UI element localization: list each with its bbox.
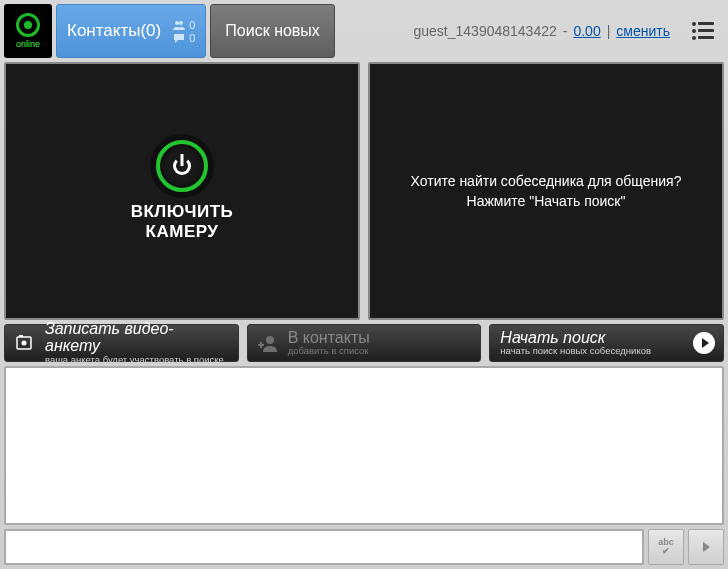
action-row: Записать видео-анкету ваша анкета будет …: [4, 324, 724, 362]
svg-rect-4: [19, 335, 23, 337]
prompt-line1: Хотите найти собеседника для общения?: [411, 171, 682, 191]
svg-point-1: [179, 21, 183, 25]
enable-camera-button[interactable]: [156, 140, 208, 192]
menu-button[interactable]: [682, 4, 724, 58]
record-title: Записать видео-анкету: [45, 321, 228, 355]
arrow-right-icon: [693, 332, 715, 354]
camera-line2: КАМЕРУ: [131, 222, 234, 242]
search-new-label: Поиск новых: [225, 22, 320, 40]
enable-camera-block: ВКЛЮЧИТЬ КАМЕРУ: [131, 140, 234, 241]
guest-name: guest_1439048143422: [414, 23, 557, 39]
search-new-button[interactable]: Поиск новых: [210, 4, 335, 58]
local-video-panel: ВКЛЮЧИТЬ КАМЕРУ: [4, 62, 360, 320]
balance-link[interactable]: 0.00: [573, 23, 600, 39]
record-sub: ваша анкета будет участвовать в поиске: [45, 355, 228, 365]
add-contact-sub: добавить в список: [288, 346, 370, 356]
app-root: online Контакты(0) 0 0 Поиск новых guest…: [0, 0, 728, 569]
spellcheck-icon: abc ✔: [658, 538, 674, 556]
header: online Контакты(0) 0 0 Поиск новых guest…: [4, 4, 724, 58]
contacts-counters: 0 0: [173, 19, 195, 44]
svg-point-0: [175, 21, 179, 25]
start-search-labels: Начать поиск начать поиск новых собеседн…: [500, 330, 651, 357]
people-count: 0: [189, 19, 195, 31]
video-row: ВКЛЮЧИТЬ КАМЕРУ Хотите найти собеседника…: [4, 62, 724, 320]
svg-point-5: [266, 336, 274, 344]
user-block: guest_1439048143422 - 0.00 | сменить: [406, 4, 679, 58]
add-contact-title: В контакты: [288, 330, 370, 347]
change-user-link[interactable]: сменить: [616, 23, 670, 39]
add-contact-labels: В контакты добавить в список: [288, 330, 370, 357]
remote-video-panel: Хотите найти собеседника для общения? На…: [368, 62, 724, 320]
enable-camera-text: ВКЛЮЧИТЬ КАМЕРУ: [131, 202, 234, 241]
messages-count: 0: [189, 32, 195, 44]
start-search-sub: начать поиск новых собеседников: [500, 346, 651, 356]
chat-input-row: abc ✔: [4, 529, 724, 565]
contacts-button[interactable]: Контакты(0) 0 0: [56, 4, 206, 58]
add-to-contacts-button: В контакты добавить в список: [247, 324, 482, 362]
camera-line1: ВКЛЮЧИТЬ: [131, 202, 234, 222]
dash: -: [563, 23, 568, 39]
menu-list-icon: [692, 22, 714, 40]
logo: online: [4, 4, 52, 58]
contacts-label: Контакты(0): [67, 21, 161, 41]
add-contact-icon: [258, 332, 280, 354]
sep: |: [607, 23, 611, 39]
search-prompt: Хотите найти собеседника для общения? На…: [393, 171, 700, 212]
chat-icon: [173, 33, 185, 43]
send-button[interactable]: [688, 529, 724, 565]
start-search-title: Начать поиск: [500, 330, 651, 347]
people-icon: [173, 20, 185, 30]
svg-point-3: [22, 341, 27, 346]
record-labels: Записать видео-анкету ваша анкета будет …: [45, 321, 228, 365]
start-search-button[interactable]: Начать поиск начать поиск новых собеседн…: [489, 324, 724, 362]
eye-icon: [16, 13, 40, 37]
record-icon: [15, 332, 37, 354]
chat-input[interactable]: [4, 529, 644, 565]
logo-label: online: [16, 39, 40, 49]
header-spacer: [339, 4, 402, 58]
spellcheck-button[interactable]: abc ✔: [648, 529, 684, 565]
chat-history[interactable]: [4, 366, 724, 525]
record-video-profile-button[interactable]: Записать видео-анкету ваша анкета будет …: [4, 324, 239, 362]
send-arrow-icon: [703, 542, 710, 552]
power-icon: [173, 157, 191, 175]
prompt-line2: Нажмите "Начать поиск": [411, 191, 682, 211]
